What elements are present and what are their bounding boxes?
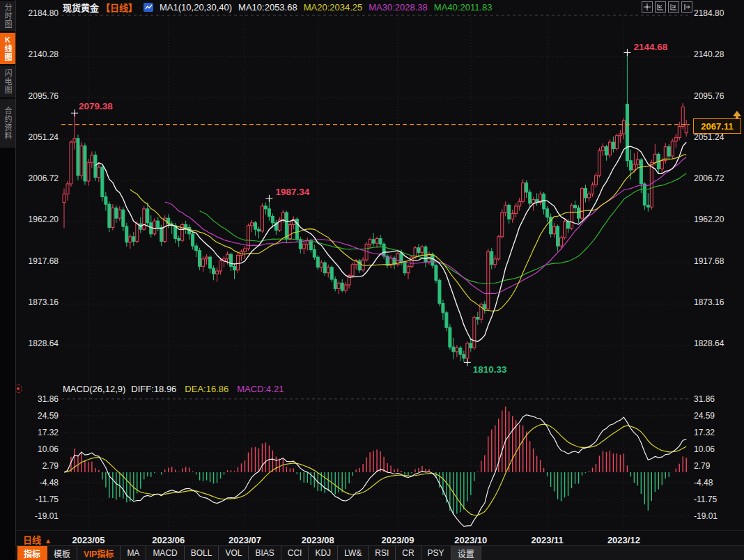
sidebar-item-candle-chart[interactable]: K线图 bbox=[0, 33, 15, 64]
zoom-in-icon[interactable] bbox=[668, 1, 679, 13]
sidebar-item-time-chart[interactable]: 分时图 bbox=[0, 1, 15, 31]
period-selector-label: 日线 bbox=[23, 535, 41, 545]
svg-text:-11.75: -11.75 bbox=[694, 495, 717, 504]
svg-text:1917.68: 1917.68 bbox=[694, 256, 724, 266]
svg-text:17.32: 17.32 bbox=[38, 428, 59, 437]
sidebar: 分时图K线图闪电图合约资料 bbox=[0, 0, 16, 560]
tab-indicator[interactable]: 指标 bbox=[17, 546, 47, 560]
indicator-tab-bar: 指标模板VIP指标MAMACDBOLLVOLBIASCCIKDJLW&RSICR… bbox=[15, 545, 744, 560]
svg-text:2140.28: 2140.28 bbox=[694, 49, 724, 59]
svg-text:2006.72: 2006.72 bbox=[29, 173, 59, 183]
tab-vol[interactable]: VOL bbox=[219, 546, 249, 560]
macd-diff-line bbox=[64, 415, 686, 527]
svg-text:2.79: 2.79 bbox=[694, 461, 711, 471]
svg-text:-11.75: -11.75 bbox=[36, 495, 59, 504]
symbol-title: 现货黄金 bbox=[63, 1, 99, 14]
ma20-value: MA20:2034.25 bbox=[304, 2, 363, 13]
period-tag: 【日线】 bbox=[101, 1, 137, 14]
ma40-line bbox=[200, 173, 687, 283]
svg-text:-19.01: -19.01 bbox=[35, 511, 59, 521]
macd-header: MACD(26,12,9) DIFF:18.96 DEA:16.86 MACD:… bbox=[63, 384, 284, 394]
tab-cr[interactable]: CR bbox=[396, 546, 421, 560]
chart-canvas[interactable]: 2184.802184.802140.282140.282095.762095.… bbox=[0, 0, 744, 560]
svg-text:1873.16: 1873.16 bbox=[694, 297, 724, 307]
tab-vip-indicator[interactable]: VIP指标 bbox=[77, 546, 121, 560]
ma-params-label: MA1(10,20,30,40) bbox=[160, 2, 232, 13]
chart-type-icon bbox=[144, 3, 153, 12]
svg-text:-4.48: -4.48 bbox=[40, 478, 59, 488]
svg-text:2051.24: 2051.24 bbox=[29, 132, 59, 142]
last-price-tag: 2067.11 bbox=[693, 118, 741, 134]
svg-text:2.79: 2.79 bbox=[42, 461, 59, 471]
tab-boll[interactable]: BOLL bbox=[185, 546, 219, 560]
svg-text:2023/10: 2023/10 bbox=[454, 535, 487, 545]
svg-text:1810.33: 1810.33 bbox=[473, 364, 507, 375]
tab-settings[interactable]: 设置 bbox=[451, 546, 481, 560]
svg-text:2023/09: 2023/09 bbox=[382, 535, 414, 545]
ma20-line bbox=[130, 155, 686, 311]
sidebar-item-lightning-chart[interactable]: 闪电图 bbox=[0, 65, 15, 98]
svg-text:2095.76: 2095.76 bbox=[29, 91, 59, 101]
svg-text:24.59: 24.59 bbox=[38, 411, 59, 421]
tab-lwr[interactable]: LW& bbox=[338, 546, 369, 560]
sidebar-item-contract-info[interactable]: 合约资料 bbox=[0, 99, 15, 148]
svg-text:10.06: 10.06 bbox=[38, 444, 59, 454]
svg-text:-19.01: -19.01 bbox=[694, 511, 718, 521]
svg-text:31.86: 31.86 bbox=[694, 394, 715, 404]
period-selector[interactable]: 日线▲ bbox=[23, 533, 52, 546]
svg-text:2023/06: 2023/06 bbox=[152, 535, 185, 545]
svg-text:2079.38: 2079.38 bbox=[79, 101, 113, 111]
tab-bias[interactable]: BIAS bbox=[249, 546, 281, 560]
zoom-out-icon[interactable] bbox=[655, 1, 666, 13]
gridlines bbox=[61, 15, 690, 528]
svg-text:1917.68: 1917.68 bbox=[29, 256, 59, 266]
svg-text:1828.64: 1828.64 bbox=[29, 339, 59, 348]
svg-text:2023/12: 2023/12 bbox=[607, 535, 640, 545]
macd-value: MACD:4.21 bbox=[237, 384, 284, 394]
crosshair-icon[interactable] bbox=[642, 1, 653, 13]
svg-text:10.06: 10.06 bbox=[694, 444, 715, 454]
svg-text:2140.28: 2140.28 bbox=[29, 49, 59, 59]
svg-text:2023/08: 2023/08 bbox=[302, 535, 334, 545]
svg-text:1987.34: 1987.34 bbox=[275, 187, 309, 197]
svg-text:24.59: 24.59 bbox=[694, 411, 715, 421]
candles bbox=[63, 52, 688, 362]
month-labels: 2023/052023/062023/072023/082023/092023/… bbox=[72, 535, 640, 545]
tab-rsi[interactable]: RSI bbox=[369, 546, 396, 560]
svg-text:1962.20: 1962.20 bbox=[29, 215, 59, 224]
macd-histogram bbox=[64, 407, 686, 515]
chevron-up-icon: ▲ bbox=[45, 537, 52, 545]
xaxis-separator bbox=[15, 530, 744, 531]
svg-text:1873.16: 1873.16 bbox=[29, 297, 59, 307]
svg-text:-4.48: -4.48 bbox=[694, 478, 713, 488]
svg-text:2023/11: 2023/11 bbox=[531, 535, 563, 545]
svg-text:2023/07: 2023/07 bbox=[228, 535, 261, 545]
svg-text:1828.64: 1828.64 bbox=[694, 339, 724, 348]
tab-macd[interactable]: MACD bbox=[146, 546, 184, 560]
svg-text:2006.72: 2006.72 bbox=[694, 173, 724, 183]
macd-diff-value: DIFF:18.96 bbox=[131, 384, 176, 394]
tab-psy[interactable]: PSY bbox=[421, 546, 451, 560]
tab-template[interactable]: 模板 bbox=[47, 546, 77, 560]
macd-params-label: MACD(26,12,9) bbox=[63, 384, 125, 394]
chart-header: 现货黄金【日线】 MA1(10,20,30,40) MA10:2053.68 M… bbox=[15, 0, 744, 14]
tab-cci[interactable]: CCI bbox=[281, 546, 309, 560]
trading-app-window: 2184.802184.802140.282140.282095.762095.… bbox=[0, 0, 744, 560]
svg-text:31.86: 31.86 bbox=[38, 394, 59, 404]
macd-dea-line bbox=[64, 424, 686, 515]
pan-right-icon[interactable] bbox=[681, 1, 692, 13]
ma10-value: MA10:2053.68 bbox=[238, 2, 297, 13]
svg-text:1962.20: 1962.20 bbox=[694, 215, 724, 224]
svg-text:2023/05: 2023/05 bbox=[72, 535, 104, 545]
svg-text:2144.68: 2144.68 bbox=[633, 42, 667, 52]
svg-text:17.32: 17.32 bbox=[694, 428, 715, 437]
macd-dea-value: DEA:16.86 bbox=[185, 384, 228, 394]
svg-text:2095.76: 2095.76 bbox=[694, 91, 724, 101]
tab-kdj[interactable]: KDJ bbox=[309, 546, 338, 560]
tab-ma[interactable]: MA bbox=[121, 546, 146, 560]
chart-toolbar bbox=[642, 1, 692, 13]
ma40-value: MA40:2011.83 bbox=[434, 2, 493, 13]
ma30-value: MA30:2028.38 bbox=[369, 2, 428, 13]
